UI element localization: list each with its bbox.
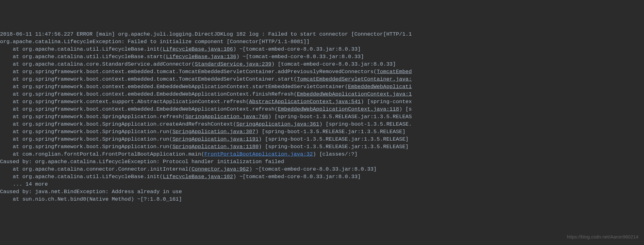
log-line: 2018-06-11 11:47:56.227 ERROR [main] org… bbox=[0, 31, 644, 38]
log-line: at org.apache.catalina.util.LifecycleBas… bbox=[0, 53, 644, 61]
source-link[interactable]: Connector.java:962 bbox=[192, 166, 249, 172]
log-line: at org.apache.catalina.core.StandardServ… bbox=[0, 61, 644, 68]
source-link[interactable]: EmbeddedWebApplicationContext.java:1 bbox=[297, 91, 412, 97]
stack-prefix: at org.apache.catalina.util.LifecycleBas… bbox=[0, 54, 166, 60]
stack-suffix: ) [s bbox=[399, 106, 412, 112]
stack-prefix: at org.springframework.boot.SpringApplic… bbox=[0, 129, 172, 135]
stack-suffix: ) ~[tomcat-embed-core-8.0.33.jar:8.0.33] bbox=[236, 54, 364, 60]
source-link[interactable]: SpringApplication.java:307 bbox=[172, 129, 255, 135]
log-line: at org.apache.catalina.util.LifecycleBas… bbox=[0, 46, 644, 53]
stack-prefix: at org.springframework.boot.context.embe… bbox=[0, 76, 297, 82]
log-line: at org.springframework.boot.context.embe… bbox=[0, 91, 644, 98]
log-line: org.apache.catalina.LifecycleException: … bbox=[0, 38, 644, 46]
stack-prefix: at org.springframework.boot.context.embe… bbox=[0, 91, 297, 97]
watermark-text: https://blog.csdn.net/Aaron960214 bbox=[567, 233, 638, 241]
log-line: at org.springframework.boot.SpringApplic… bbox=[0, 121, 644, 128]
stack-prefix: at org.apache.catalina.util.LifecycleBas… bbox=[0, 174, 163, 180]
source-link[interactable]: SpringApplication.java:766 bbox=[185, 114, 268, 120]
stack-suffix: ) [tomcat-embed-core-8.0.33.jar:8.0.33] bbox=[271, 61, 396, 67]
stack-prefix: at org.apache.catalina.connector.Connect… bbox=[0, 166, 192, 172]
log-line: ... 14 more bbox=[0, 181, 644, 188]
log-line: at org.apache.catalina.connector.Connect… bbox=[0, 166, 644, 173]
stack-prefix: at org.springframework.boot.SpringApplic… bbox=[0, 114, 185, 120]
source-link[interactable]: TomcatEmbeddedServletContainer.java: bbox=[297, 76, 412, 82]
stack-suffix: ) [classes/:?] bbox=[313, 151, 358, 157]
log-line: at org.springframework.boot.SpringApplic… bbox=[0, 128, 644, 136]
log-line: at org.springframework.boot.SpringApplic… bbox=[0, 136, 644, 143]
log-line: at org.springframework.boot.SpringApplic… bbox=[0, 143, 644, 151]
stack-suffix: ) [spring-boot-1.3.5.RELEASE. bbox=[319, 121, 412, 127]
console-log-output: 2018-06-11 11:47:56.227 ERROR [main] org… bbox=[0, 31, 644, 203]
stack-suffix: ) [spring-boot-1.3.5.RELEASE.jar:1.3.5.R… bbox=[258, 136, 408, 142]
log-line: at org.springframework.boot.context.embe… bbox=[0, 83, 644, 91]
stack-prefix: at org.springframework.boot.context.embe… bbox=[0, 84, 348, 90]
stack-prefix: at org.apache.catalina.util.LifecycleBas… bbox=[0, 46, 163, 52]
log-line: at org.apache.catalina.util.LifecycleBas… bbox=[0, 173, 644, 181]
stack-suffix: ) ~[tomcat-embed-core-8.0.33.jar:8.0.33] bbox=[249, 166, 377, 172]
log-line: at org.springframework.boot.context.embe… bbox=[0, 76, 644, 83]
log-line: Caused by: java.net.BindException: Addre… bbox=[0, 188, 644, 196]
stack-prefix: at org.springframework.boot.context.embe… bbox=[0, 106, 278, 112]
source-link[interactable]: TomcatEmbed bbox=[377, 69, 412, 75]
stack-suffix: ) [spring-boot-1.3.5.RELEASE.jar:1.3.5.R… bbox=[268, 114, 412, 120]
source-link[interactable]: LifecycleBase.java:136 bbox=[166, 54, 236, 60]
stack-prefix: at com.ronglian.forntPortal.FrontPortalB… bbox=[0, 151, 204, 157]
stack-prefix: at org.springframework.boot.SpringApplic… bbox=[0, 121, 236, 127]
stack-prefix: at org.springframework.boot.SpringApplic… bbox=[0, 144, 172, 150]
source-link[interactable]: SpringApplication.java:1180 bbox=[172, 144, 258, 150]
stack-suffix: ) [spring-boot-1.3.5.RELEASE.jar:1.3.5.R… bbox=[258, 144, 408, 150]
stack-suffix: ) ~[tomcat-embed-core-8.0.33.jar:8.0.33] bbox=[233, 46, 361, 52]
log-line: at com.ronglian.forntPortal.FrontPortalB… bbox=[0, 151, 644, 158]
log-line: at org.springframework.context.support.A… bbox=[0, 98, 644, 106]
source-link[interactable]: StandardService.java:239 bbox=[195, 61, 271, 67]
source-link[interactable]: LifecycleBase.java:106 bbox=[163, 46, 233, 52]
stack-suffix: ) ~[tomcat-embed-core-8.0.33.jar:8.0.33] bbox=[233, 174, 361, 180]
stack-suffix: ) [spring-contex bbox=[361, 99, 412, 105]
stack-prefix: at org.springframework.context.support.A… bbox=[0, 99, 249, 105]
source-link[interactable]: AbstractApplicationContext.java:541 bbox=[249, 99, 361, 105]
source-link[interactable]: LifecycleBase.java:102 bbox=[163, 174, 233, 180]
log-line: at org.springframework.boot.context.embe… bbox=[0, 106, 644, 113]
source-link[interactable]: FrontPortalBootApplication.java:32 bbox=[204, 151, 313, 157]
log-line: at org.springframework.boot.context.embe… bbox=[0, 68, 644, 76]
log-line: at org.springframework.boot.SpringApplic… bbox=[0, 113, 644, 121]
stack-prefix: at org.apache.catalina.core.StandardServ… bbox=[0, 61, 195, 67]
source-link[interactable]: SpringApplication.java:361 bbox=[236, 121, 319, 127]
log-line: Caused by: org.apache.catalina.Lifecycle… bbox=[0, 158, 644, 166]
source-link[interactable]: EmbeddedWebApplicationContext.java:118 bbox=[278, 106, 399, 112]
log-line: at sun.nio.ch.Net.bind0(Native Method) ~… bbox=[0, 196, 644, 203]
stack-prefix: at org.springframework.boot.context.embe… bbox=[0, 69, 377, 75]
source-link[interactable]: EmbeddedWebApplicati bbox=[348, 84, 412, 90]
stack-suffix: ) [spring-boot-1.3.5.RELEASE.jar:1.3.5.R… bbox=[255, 129, 405, 135]
stack-prefix: at org.springframework.boot.SpringApplic… bbox=[0, 136, 172, 142]
source-link[interactable]: SpringApplication.java:1191 bbox=[172, 136, 258, 142]
